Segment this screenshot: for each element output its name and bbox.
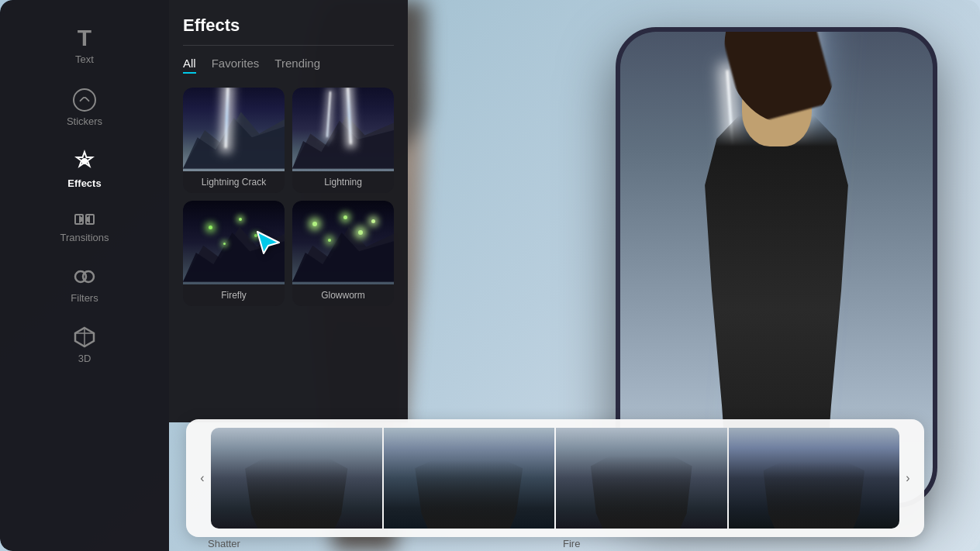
filters-icon xyxy=(73,265,96,288)
effects-filter-tabs: All Favorites Trending xyxy=(183,57,394,74)
timeline-scroll-right[interactable]: › xyxy=(899,471,916,485)
svg-point-2 xyxy=(83,271,94,282)
effect-label-glowworm: Glowworm xyxy=(292,284,394,306)
effect-label-firefly: Firefly xyxy=(183,284,285,306)
timeline-labels: Shatter Fire xyxy=(202,538,912,549)
cursor-pointer xyxy=(254,229,282,257)
effects-panel: Effects All Favorites Trending Lightning… xyxy=(169,0,408,422)
effect-card-lightning[interactable]: Lightning xyxy=(292,88,394,193)
effect-card-lightning-crack[interactable]: Lightning Crack xyxy=(183,88,285,193)
timeline-label-fire: Fire xyxy=(557,538,912,549)
effect-thumb-glowworm xyxy=(292,201,394,284)
timeline-frame-4 xyxy=(729,428,900,529)
sidebar-item-label-3d: 3D xyxy=(78,353,91,364)
timeline-strip: ‹ › xyxy=(186,419,924,537)
effects-grid: Lightning Crack Lightning xyxy=(169,88,408,322)
sidebar-item-text[interactable]: T Text xyxy=(0,14,169,74)
svg-marker-9 xyxy=(292,121,394,169)
tab-favorites[interactable]: Favorites xyxy=(212,57,260,74)
text-icon: T xyxy=(78,26,91,50)
effect-label-lightning-crack: Lightning Crack xyxy=(183,171,285,193)
svg-marker-7 xyxy=(183,118,285,169)
cube-icon xyxy=(73,325,96,349)
sidebar-item-transitions[interactable]: Transitions xyxy=(0,200,169,251)
timeline-frame-1 xyxy=(211,428,382,529)
sidebar: T Text Stickers Effects Transitions xyxy=(0,0,169,551)
effect-label-lightning: Lightning xyxy=(292,171,394,193)
sidebar-item-label-effects: Effects xyxy=(67,177,101,189)
effect-thumb-lightning-crack xyxy=(183,88,285,171)
timeline-label-shatter: Shatter xyxy=(202,538,557,549)
sidebar-item-stickers[interactable]: Stickers xyxy=(0,77,169,135)
timeline-scroll-left[interactable]: ‹ xyxy=(194,471,211,485)
timeline-frames xyxy=(211,428,899,529)
svg-point-0 xyxy=(82,159,87,164)
sidebar-item-label-text: Text xyxy=(75,53,94,65)
sticker-icon xyxy=(73,88,96,112)
sidebar-item-3d[interactable]: 3D xyxy=(0,315,169,372)
effects-panel-title: Effects xyxy=(183,15,394,46)
sidebar-item-label-stickers: Stickers xyxy=(67,115,102,127)
sidebar-item-label-transitions: Transitions xyxy=(60,232,109,243)
tab-trending[interactable]: Trending xyxy=(274,57,320,74)
effects-star-icon xyxy=(72,149,97,174)
svg-marker-13 xyxy=(292,232,394,282)
sidebar-item-filters[interactable]: Filters xyxy=(0,254,169,312)
svg-marker-14 xyxy=(257,232,279,253)
effect-card-glowworm[interactable]: Glowworm xyxy=(292,201,394,306)
timeline-frame-2 xyxy=(384,428,555,529)
tab-all[interactable]: All xyxy=(183,57,196,74)
effect-thumb-lightning xyxy=(292,88,394,171)
sidebar-item-effects[interactable]: Effects xyxy=(0,138,169,197)
timeline-frame-3 xyxy=(556,428,727,529)
sidebar-item-label-filters: Filters xyxy=(71,292,98,304)
transitions-icon xyxy=(73,211,96,228)
